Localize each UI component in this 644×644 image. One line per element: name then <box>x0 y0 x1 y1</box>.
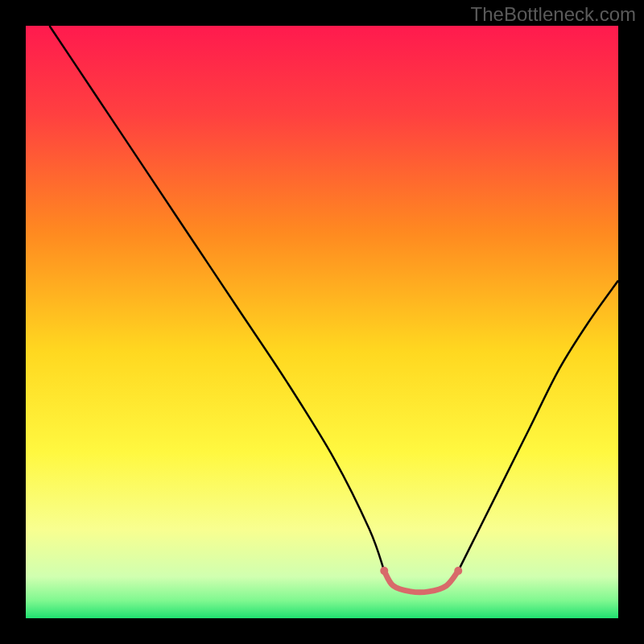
chart-container: TheBottleneck.com <box>0 0 644 644</box>
marker-1 <box>454 567 462 575</box>
bottleneck-chart <box>0 0 644 644</box>
plot-background <box>26 26 618 618</box>
marker-0 <box>380 567 388 575</box>
watermark-text: TheBottleneck.com <box>471 3 636 26</box>
